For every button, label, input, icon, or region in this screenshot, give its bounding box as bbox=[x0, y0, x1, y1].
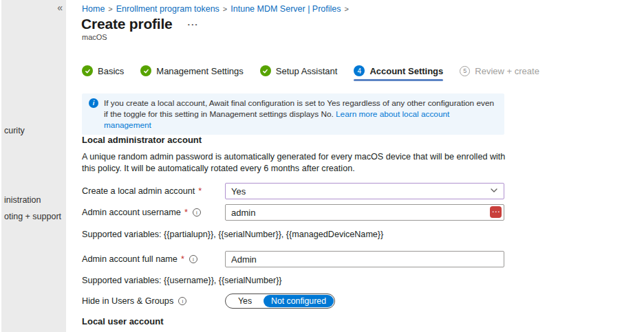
step-number-icon: 5 bbox=[460, 66, 470, 76]
breadcrumb-home[interactable]: Home bbox=[82, 4, 105, 14]
required-asterisk: * bbox=[184, 208, 188, 217]
more-options-button[interactable]: ··· bbox=[188, 19, 199, 30]
tab-basics[interactable]: Basics bbox=[82, 65, 124, 77]
tab-label: Review + create bbox=[475, 66, 539, 76]
breadcrumb-separator: > bbox=[223, 5, 227, 13]
sidebar-item-troubleshooting-support[interactable]: oting + support bbox=[4, 212, 61, 221]
create-admin-account-dropdown[interactable]: Yes bbox=[225, 183, 504, 199]
info-banner: i If you create a local account, Await f… bbox=[82, 93, 504, 135]
info-tooltip-icon[interactable]: i bbox=[189, 255, 197, 263]
sidebar-item-tenant-administration[interactable]: inistration bbox=[4, 195, 41, 205]
supported-variables-fullname: Supported variables: {{username}}, {{ser… bbox=[82, 276, 282, 285]
dropdown-value: Yes bbox=[231, 186, 246, 197]
tab-account-settings[interactable]: 4 Account Settings bbox=[354, 65, 443, 77]
form-row-hide-users-groups: Hide in Users & Groups i Yes Not configu… bbox=[82, 294, 335, 309]
tab-management-settings[interactable]: Management Settings bbox=[140, 65, 243, 77]
info-tooltip-icon[interactable]: i bbox=[178, 297, 186, 305]
step-number-icon: 4 bbox=[354, 65, 365, 76]
left-nav-sidebar: « curity inistration oting + support bbox=[1, 0, 66, 332]
check-icon bbox=[260, 65, 271, 76]
breadcrumb-separator: > bbox=[108, 5, 112, 13]
admin-username-input[interactable] bbox=[225, 204, 504, 221]
sidebar-item-security[interactable]: curity bbox=[4, 126, 25, 135]
label-text: Hide in Users & Groups bbox=[82, 296, 173, 306]
toggle-option-not-configured[interactable]: Not configured bbox=[264, 295, 334, 307]
main-content: Home>Enrollment program tokens>Intune MD… bbox=[66, 0, 644, 332]
platform-subtitle: macOS bbox=[82, 33, 107, 41]
breadcrumb: Home>Enrollment program tokens>Intune MD… bbox=[82, 4, 352, 14]
label-text: Admin account username bbox=[82, 208, 181, 217]
breadcrumb-enrollment-tokens[interactable]: Enrollment program tokens bbox=[116, 4, 219, 14]
tab-label: Account Settings bbox=[369, 66, 443, 76]
chevron-down-icon bbox=[490, 186, 498, 197]
field-label: Create a local admin account * bbox=[82, 186, 225, 196]
check-icon bbox=[82, 65, 93, 76]
label-text: Create a local admin account bbox=[82, 186, 195, 196]
info-tooltip-icon[interactable]: i bbox=[193, 208, 201, 217]
tab-label: Basics bbox=[98, 66, 124, 76]
tab-review-create[interactable]: 5 Review + create bbox=[460, 65, 539, 77]
required-asterisk: * bbox=[198, 186, 202, 196]
field-label: Admin account username * i bbox=[82, 208, 225, 217]
admin-fullname-input[interactable] bbox=[225, 251, 504, 267]
form-row-create-admin: Create a local admin account * Yes bbox=[82, 183, 504, 199]
section-heading-local-user: Local user account bbox=[82, 316, 163, 327]
breadcrumb-intune-mdm-server[interactable]: Intune MDM Server | Profiles bbox=[230, 4, 341, 14]
field-label: Admin account full name * i bbox=[82, 254, 225, 264]
page-title: Create profile bbox=[81, 16, 173, 32]
tab-label: Setup Assistant bbox=[276, 66, 338, 76]
editor-extension-icon[interactable]: ⋯ bbox=[490, 206, 502, 218]
info-icon: i bbox=[89, 98, 98, 108]
form-row-fullname: Admin account full name * i bbox=[82, 251, 504, 267]
required-asterisk: * bbox=[181, 254, 184, 264]
supported-variables-username: Supported variables: {{partialupn}}, {{s… bbox=[82, 230, 383, 239]
toggle-option-yes[interactable]: Yes bbox=[226, 296, 264, 306]
hide-users-groups-toggle: Yes Not configured bbox=[225, 294, 335, 309]
section-heading-local-admin: Local administrator account bbox=[82, 135, 202, 145]
wizard-steps: Basics Management Settings Setup Assista… bbox=[82, 65, 539, 77]
label-text: Admin account full name bbox=[82, 254, 178, 264]
tab-setup-assistant[interactable]: Setup Assistant bbox=[260, 65, 338, 77]
tab-label: Management Settings bbox=[156, 66, 243, 76]
breadcrumb-separator: > bbox=[345, 5, 349, 13]
local-admin-description: A unique random admin password is automa… bbox=[82, 151, 508, 175]
form-row-username: Admin account username * i ⋯ bbox=[82, 204, 504, 221]
sidebar-collapse-icon[interactable]: « bbox=[57, 2, 63, 13]
field-label: Hide in Users & Groups i bbox=[82, 296, 225, 306]
check-icon bbox=[140, 65, 151, 76]
info-banner-text: If you create a local account, Await fin… bbox=[104, 98, 496, 131]
